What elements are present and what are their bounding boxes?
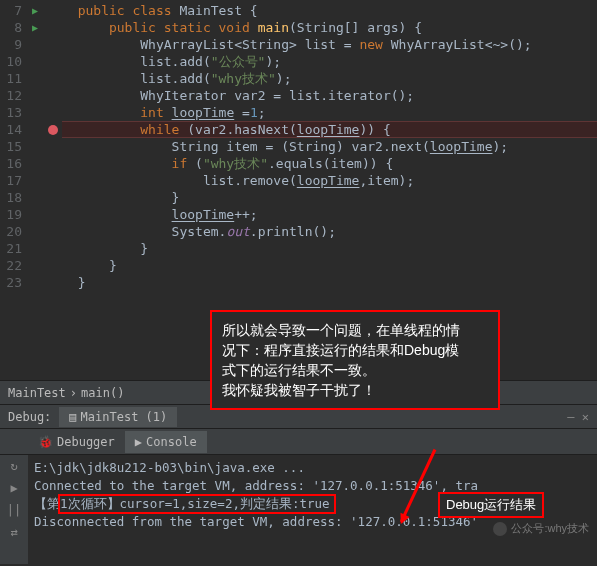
code-line[interactable]: list.add("公众号"); <box>62 53 597 70</box>
crumb-sep: › <box>70 386 77 400</box>
debug-close-icon[interactable]: — ✕ <box>567 410 589 424</box>
code-line[interactable]: list.add("why技术"); <box>62 70 597 87</box>
line-number: 13 <box>0 104 26 121</box>
code-line[interactable]: WhyIterator var2 = list.iterator(); <box>62 87 597 104</box>
run-gutter[interactable]: ▶▶ <box>26 0 44 380</box>
code-line[interactable]: System.out.println(); <box>62 223 597 240</box>
code-line[interactable]: } <box>62 240 597 257</box>
breakpoint-icon[interactable] <box>48 125 58 135</box>
code-line[interactable]: WhyArrayList<String> list = new WhyArray… <box>62 36 597 53</box>
line-number: 7 <box>0 2 26 19</box>
line-number: 19 <box>0 206 26 223</box>
crumb-method[interactable]: main() <box>81 386 124 400</box>
code-line[interactable]: int loopTime =1; <box>62 104 597 121</box>
breakpoint-gutter[interactable] <box>44 0 62 380</box>
debug-tabs: 🐞 Debugger ▶ Console <box>0 428 597 454</box>
line-number: 10 <box>0 53 26 70</box>
tab-console[interactable]: ▶ Console <box>125 431 207 453</box>
code-line[interactable]: if ("why技术".equals(item)) { <box>62 155 597 172</box>
line-number: 17 <box>0 172 26 189</box>
run-icon[interactable]: ▶ <box>32 5 38 16</box>
line-number: 23 <box>0 274 26 291</box>
line-number: 12 <box>0 87 26 104</box>
line-number: 15 <box>0 138 26 155</box>
code-line[interactable]: loopTime++; <box>62 206 597 223</box>
line-number: 9 <box>0 36 26 53</box>
line-number: 21 <box>0 240 26 257</box>
code-line[interactable]: } <box>62 189 597 206</box>
debug-label: Debug: <box>0 410 59 424</box>
line-number: 8 <box>0 19 26 36</box>
code-line[interactable]: } <box>62 257 597 274</box>
watermark: 公众号:why技术 <box>493 521 589 536</box>
watermark-icon <box>493 522 507 536</box>
code-line[interactable]: list.remove(loopTime,item); <box>62 172 597 189</box>
code-line[interactable]: public static void main(String[] args) { <box>62 19 597 36</box>
bug-icon: 🐞 <box>38 435 53 449</box>
code-line[interactable]: while (var2.hasNext(loopTime)) { <box>62 121 597 138</box>
code-line[interactable]: } <box>62 274 597 291</box>
line-number: 22 <box>0 257 26 274</box>
step-icon[interactable]: ▶ <box>10 481 17 495</box>
line-number: 16 <box>0 155 26 172</box>
console-toolbar: ↻ ▶ || ⇄ <box>0 455 28 564</box>
rerun-icon[interactable]: ↻ <box>10 459 17 473</box>
line-gutter: 7891011121314151617181920212223 <box>0 0 26 380</box>
debug-session-tab[interactable]: ▤ MainTest (1) <box>59 407 177 427</box>
annotation-box: 所以就会导致一个问题，在单线程的情 况下：程序直接运行的结果和Debug模 式下… <box>210 310 500 410</box>
console-icon: ▶ <box>135 435 142 449</box>
console-highlight-box <box>58 494 336 514</box>
debug-result-box: Debug运行结果 <box>438 492 544 518</box>
crumb-class[interactable]: MainTest <box>8 386 66 400</box>
tab-debugger[interactable]: 🐞 Debugger <box>28 431 125 453</box>
run-icon[interactable]: ▶ <box>32 22 38 33</box>
code-line[interactable]: public class MainTest { <box>62 2 597 19</box>
line-number: 18 <box>0 189 26 206</box>
code-line[interactable]: String item = (String) var2.next(loopTim… <box>62 138 597 155</box>
tab-icon: ▤ <box>69 410 76 424</box>
line-number: 20 <box>0 223 26 240</box>
stop-icon[interactable]: || <box>7 503 21 517</box>
layout-icon[interactable]: ⇄ <box>10 525 17 539</box>
line-number: 14 <box>0 121 26 138</box>
line-number: 11 <box>0 70 26 87</box>
